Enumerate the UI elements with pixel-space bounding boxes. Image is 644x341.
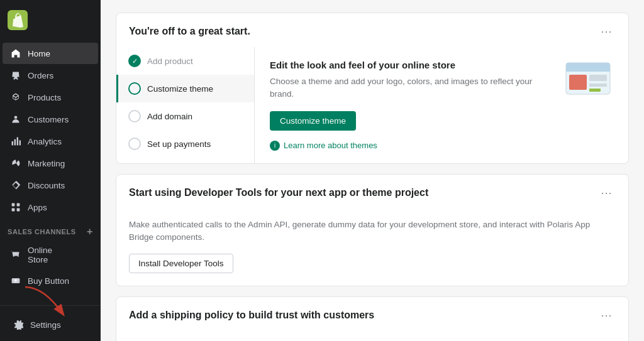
dev-tools-card-title: Start using Developer Tools for your nex…: [129, 187, 428, 198]
sidebar: Home Orders Products Custo: [0, 0, 101, 341]
setup-item-set-up-payments-label: Set up payments: [147, 139, 211, 149]
setup-checklist: ✓ Add product Customize theme Add domain…: [116, 47, 255, 163]
dev-tools-description: Make authenticated calls to the Admin AP…: [129, 219, 616, 244]
svg-rect-9: [17, 203, 20, 207]
sidebar-logo: [0, 5, 101, 42]
sidebar-item-products-label: Products: [28, 93, 61, 102]
sidebar-item-settings[interactable]: Settings: [5, 314, 96, 335]
sidebar-item-home[interactable]: Home: [3, 43, 98, 64]
setup-card-body: ✓ Add product Customize theme Add domain…: [116, 47, 628, 163]
dev-tools-card: Start using Developer Tools for your nex…: [116, 174, 629, 287]
shipping-policy-card: Add a shipping policy to build trust wit…: [116, 296, 629, 341]
svg-rect-18: [589, 75, 607, 81]
dev-tools-card-header: Start using Developer Tools for your nex…: [116, 175, 628, 208]
setup-top-row: Edit the look and feel of your online st…: [270, 60, 613, 131]
setup-item-customize-theme-label: Customize theme: [147, 84, 213, 94]
svg-point-1: [13, 78, 14, 79]
settings-icon: [13, 319, 24, 330]
sidebar-item-marketing-label: Marketing: [28, 159, 65, 168]
setup-check-add-product: ✓: [128, 55, 141, 67]
sales-channels-section-label: SALES CHANNELS +: [0, 219, 101, 240]
svg-rect-10: [12, 208, 15, 212]
sidebar-item-buy-button[interactable]: Buy Button: [3, 270, 98, 291]
sidebar-item-apps-label: Apps: [28, 203, 47, 212]
setup-active-content: Edit the look and feel of your online st…: [270, 60, 553, 131]
learn-more-link-label: Learn more about themes: [284, 141, 377, 150]
buy-button-icon: [10, 275, 21, 286]
svg-rect-20: [589, 89, 601, 92]
theme-illustration: [563, 60, 613, 106]
svg-rect-5: [14, 139, 16, 146]
sidebar-item-products[interactable]: Products: [3, 87, 98, 108]
install-developer-tools-button[interactable]: Install Developer Tools: [129, 254, 233, 273]
shipping-policy-card-more-button[interactable]: ⋯: [597, 307, 616, 323]
online-store-label: Online Store: [28, 246, 73, 264]
setup-active-title: Edit the look and feel of your online st…: [270, 60, 553, 70]
buy-button-label: Buy Button: [28, 276, 69, 286]
setup-item-add-product[interactable]: ✓ Add product: [116, 47, 254, 75]
sidebar-nav: Home Orders Products Custo: [0, 42, 101, 305]
dev-tools-card-more-button[interactable]: ⋯: [597, 185, 616, 201]
setup-card-more-button[interactable]: ⋯: [597, 23, 616, 40]
sidebar-item-settings-label: Settings: [30, 320, 61, 330]
svg-point-2: [16, 78, 18, 79]
svg-rect-17: [569, 75, 587, 90]
svg-rect-6: [17, 138, 18, 146]
analytics-icon: [10, 136, 21, 147]
setup-item-add-domain[interactable]: Add domain: [116, 102, 254, 130]
setup-check-customize-theme: [128, 82, 141, 95]
setup-item-customize-theme[interactable]: Customize theme: [116, 75, 254, 102]
shipping-policy-card-header: Add a shipping policy to build trust wit…: [116, 297, 628, 331]
setup-card-title: You're off to a great start.: [129, 26, 250, 37]
apps-icon: [10, 202, 21, 213]
online-store-icon: [10, 249, 21, 261]
marketing-icon: [10, 158, 21, 169]
dev-tools-card-body: Make authenticated calls to the Admin AP…: [116, 208, 628, 286]
svg-rect-4: [12, 141, 13, 145]
svg-rect-11: [17, 208, 20, 212]
sidebar-item-marketing[interactable]: Marketing: [3, 153, 98, 174]
setup-item-set-up-payments[interactable]: Set up payments: [116, 130, 254, 158]
setup-item-add-product-label: Add product: [147, 57, 193, 66]
theme-illustration-svg: [563, 60, 613, 104]
svg-rect-8: [12, 203, 15, 207]
setup-card-header: You're off to a great start. ⋯: [116, 13, 628, 47]
shipping-policy-card-body: 64% of customers look for shipping costs…: [116, 331, 628, 341]
svg-rect-16: [566, 69, 610, 72]
add-sales-channel-button[interactable]: +: [87, 226, 93, 237]
discounts-icon: [10, 180, 21, 191]
sidebar-item-online-store[interactable]: Online Store 👁: [3, 241, 98, 269]
sidebar-item-analytics-label: Analytics: [28, 137, 62, 146]
sidebar-item-orders[interactable]: Orders: [3, 65, 98, 86]
setup-card: You're off to a great start. ⋯ ✓ Add pro…: [116, 13, 629, 164]
customers-icon: [10, 114, 21, 125]
sidebar-item-home-label: Home: [28, 49, 50, 58]
setup-check-add-domain: [128, 110, 141, 122]
sidebar-item-customers[interactable]: Customers: [3, 109, 98, 130]
learn-more-link[interactable]: i Learn more about themes: [270, 141, 613, 151]
svg-rect-7: [19, 140, 21, 145]
info-icon: i: [270, 141, 280, 151]
main-content: You're off to a great start. ⋯ ✓ Add pro…: [101, 0, 644, 341]
setup-active-description: Choose a theme and add your logo, colors…: [270, 75, 553, 101]
sidebar-item-apps[interactable]: Apps: [3, 197, 98, 218]
products-icon: [10, 92, 21, 103]
home-icon: [10, 48, 21, 59]
sidebar-item-discounts-label: Discounts: [28, 181, 65, 190]
sidebar-item-orders-label: Orders: [28, 71, 53, 80]
sidebar-item-discounts[interactable]: Discounts: [3, 175, 98, 196]
svg-point-3: [14, 116, 18, 119]
setup-check-set-up-payments: [128, 138, 141, 150]
setup-item-add-domain-label: Add domain: [147, 112, 192, 121]
svg-rect-19: [589, 84, 607, 87]
customize-theme-button[interactable]: Customize theme: [270, 111, 356, 131]
setup-active-panel: Edit the look and feel of your online st…: [255, 47, 628, 163]
sidebar-bottom: Settings: [0, 305, 101, 341]
shipping-policy-card-title: Add a shipping policy to build trust wit…: [129, 310, 374, 321]
orders-icon: [10, 70, 21, 81]
sidebar-item-customers-label: Customers: [28, 115, 69, 124]
sidebar-item-analytics[interactable]: Analytics: [3, 131, 98, 152]
shopify-logo-icon: [8, 10, 28, 30]
